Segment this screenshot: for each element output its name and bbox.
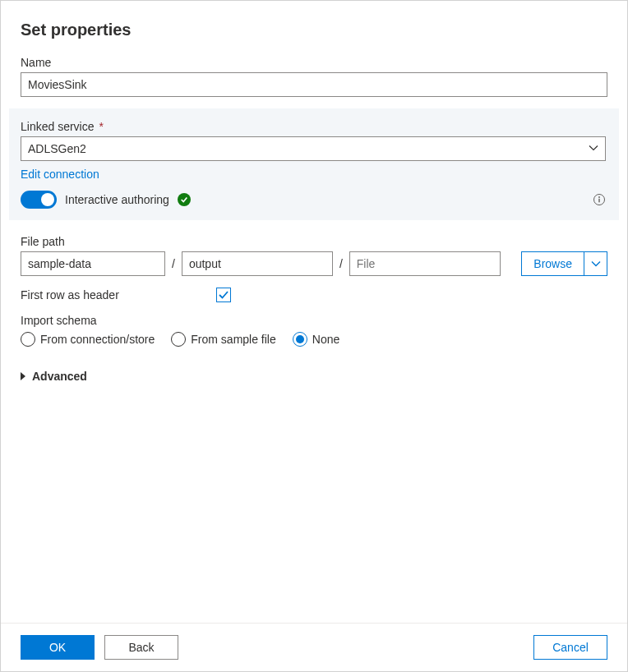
ok-button[interactable]: OK bbox=[21, 635, 95, 660]
import-schema-radios: From connection/store From sample file N… bbox=[21, 332, 607, 347]
browse-group: Browse bbox=[521, 251, 607, 276]
browse-dropdown-button[interactable] bbox=[584, 251, 607, 276]
interactive-authoring-row: Interactive authoring bbox=[21, 191, 606, 209]
radio-label: From sample file bbox=[191, 333, 275, 346]
panel-footer: OK Back Cancel bbox=[1, 623, 627, 671]
radio-label: None bbox=[312, 333, 339, 346]
file-path-field: File path / / Browse bbox=[21, 235, 607, 276]
linked-service-label: Linked service * bbox=[21, 120, 606, 133]
panel-body: Name Linked service * ADLSGen2 Edit conn… bbox=[1, 48, 627, 623]
name-input[interactable] bbox=[21, 72, 607, 97]
linked-service-select[interactable]: ADLSGen2 bbox=[21, 136, 606, 161]
interactive-authoring-label: Interactive authoring bbox=[65, 193, 169, 206]
import-schema-field: Import schema From connection/store From… bbox=[21, 314, 607, 347]
first-row-header-field: First row as header bbox=[21, 288, 607, 302]
path-separator-1: / bbox=[172, 257, 175, 270]
chevron-down-icon bbox=[589, 142, 598, 155]
edit-connection-link[interactable]: Edit connection bbox=[21, 168, 99, 181]
radio-label: From connection/store bbox=[40, 333, 155, 346]
chevron-right-icon bbox=[21, 372, 25, 380]
required-marker: * bbox=[99, 120, 103, 133]
path-separator-2: / bbox=[339, 257, 343, 270]
toggle-knob bbox=[41, 193, 54, 206]
check-success-icon bbox=[178, 193, 191, 206]
radio-icon bbox=[21, 332, 35, 347]
import-schema-option-none[interactable]: None bbox=[293, 332, 339, 347]
import-schema-option-connection[interactable]: From connection/store bbox=[21, 332, 155, 347]
file-path-row: / / Browse bbox=[21, 251, 607, 276]
name-field: Name bbox=[21, 56, 607, 97]
import-schema-label: Import schema bbox=[21, 314, 607, 327]
file-path-container-input[interactable] bbox=[21, 251, 165, 276]
radio-icon bbox=[171, 332, 186, 347]
file-path-directory-input[interactable] bbox=[182, 251, 333, 276]
import-schema-option-sample[interactable]: From sample file bbox=[171, 332, 275, 347]
first-row-header-label: First row as header bbox=[21, 288, 119, 301]
info-icon[interactable] bbox=[593, 193, 606, 206]
svg-rect-2 bbox=[598, 199, 599, 203]
cancel-button[interactable]: Cancel bbox=[533, 635, 607, 660]
linked-service-value: ADLSGen2 bbox=[28, 142, 86, 155]
linked-service-section: Linked service * ADLSGen2 Edit connectio… bbox=[9, 108, 619, 220]
first-row-header-checkbox[interactable] bbox=[216, 288, 231, 302]
file-path-label: File path bbox=[21, 235, 607, 248]
linked-service-label-text: Linked service bbox=[21, 120, 95, 133]
name-label: Name bbox=[21, 56, 607, 69]
file-path-file-input[interactable] bbox=[349, 251, 501, 276]
radio-icon-selected bbox=[293, 332, 307, 347]
back-button[interactable]: Back bbox=[104, 635, 178, 660]
svg-point-1 bbox=[598, 196, 600, 198]
browse-button[interactable]: Browse bbox=[521, 251, 584, 276]
advanced-expander[interactable]: Advanced bbox=[21, 370, 607, 383]
advanced-label: Advanced bbox=[32, 370, 87, 383]
interactive-authoring-toggle[interactable] bbox=[21, 191, 57, 209]
panel-title: Set properties bbox=[1, 1, 627, 48]
